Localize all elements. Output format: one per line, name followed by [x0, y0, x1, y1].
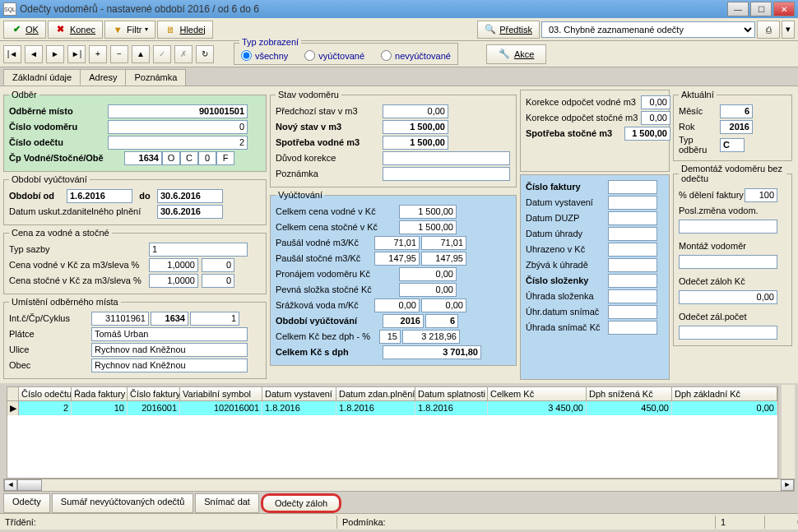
- posl-field[interactable]: [679, 220, 777, 234]
- umisteni-cp-field[interactable]: [151, 312, 188, 326]
- korekce-vodne[interactable]: [641, 95, 670, 109]
- first-button[interactable]: |◄: [3, 45, 21, 63]
- dph-pct[interactable]: [379, 330, 401, 344]
- next-button[interactable]: ►: [46, 45, 64, 63]
- col-cislo-odectu[interactable]: Číslo odečtu: [19, 387, 72, 400]
- uhrazeno[interactable]: [608, 243, 657, 257]
- cena-stocne-field[interactable]: [149, 274, 198, 288]
- typ-sazby-field[interactable]: [149, 243, 248, 257]
- add-button[interactable]: +: [89, 45, 107, 63]
- last-button[interactable]: ►|: [67, 45, 86, 63]
- predtisk-button[interactable]: 🔍Předtisk: [477, 21, 540, 39]
- prev-button[interactable]: ◄: [25, 45, 43, 63]
- pausal-vodne-m3[interactable]: [374, 236, 420, 250]
- cislo-faktury[interactable]: [608, 180, 657, 194]
- rok-field[interactable]: [720, 120, 753, 134]
- tab-poznamka[interactable]: Poznámka: [125, 69, 186, 86]
- konec-button[interactable]: ✖Konec: [48, 21, 103, 39]
- s-dph-field[interactable]: [383, 345, 481, 359]
- spotreba-field[interactable]: [383, 136, 448, 150]
- edit-button[interactable]: ▲: [132, 45, 150, 63]
- datum-uhrady[interactable]: [608, 227, 657, 241]
- obdobi-mes[interactable]: [425, 314, 458, 328]
- int-field[interactable]: [91, 312, 149, 326]
- o2-field[interactable]: [198, 151, 216, 165]
- data-grid[interactable]: Číslo odečtu Řada faktury Číslo faktury …: [7, 386, 778, 479]
- odberne-misto-field[interactable]: [108, 104, 248, 118]
- obdobi-do-field[interactable]: [157, 189, 223, 203]
- uhr-snimac[interactable]: [608, 305, 657, 319]
- grid-vscroll[interactable]: [782, 385, 795, 479]
- celkem-stocne-field[interactable]: [399, 220, 457, 234]
- col-datum-zdan[interactable]: Datum zdan.plnění: [336, 387, 415, 400]
- pausal-stocne-m3[interactable]: [374, 252, 420, 266]
- datum-vystaveni[interactable]: [608, 196, 657, 210]
- pronajem-field[interactable]: [399, 267, 457, 281]
- f-field[interactable]: [216, 151, 234, 165]
- korekce-stocne[interactable]: [641, 111, 670, 125]
- scroll-left-icon[interactable]: ◄: [4, 479, 17, 491]
- col-cislo-faktury[interactable]: Číslo faktury: [128, 387, 180, 400]
- datum-duzp[interactable]: [608, 211, 657, 225]
- odecet-zaloh-field[interactable]: [679, 290, 777, 304]
- uhrada-slozenka[interactable]: [608, 289, 657, 303]
- ulice-field[interactable]: [91, 343, 248, 357]
- btab-odecty-zaloh[interactable]: Odečty záloh: [261, 493, 341, 513]
- remove-button[interactable]: −: [110, 45, 128, 63]
- poznamka-field[interactable]: [383, 167, 510, 181]
- radio-nevyuctovane[interactable]: nevyúčtované: [381, 50, 451, 61]
- col-dph-zakl[interactable]: Dph základní Kč: [672, 387, 777, 400]
- obdobi-od-field[interactable]: [67, 189, 132, 203]
- btab-sumar[interactable]: Sumář nevyúčtovaných odečtů: [52, 493, 193, 513]
- srazkova-kc[interactable]: [421, 298, 466, 312]
- montaz-field[interactable]: [679, 255, 777, 269]
- print-dropdown[interactable]: ▾: [782, 21, 795, 39]
- datum-plneni-field[interactable]: [157, 205, 223, 219]
- filtr-button[interactable]: ▼Filtr▾: [104, 21, 155, 39]
- cislo-vodomeru-field[interactable]: [108, 120, 248, 134]
- cislo-slozenky[interactable]: [608, 274, 657, 288]
- scroll-thumb[interactable]: [17, 479, 42, 491]
- novy-field[interactable]: [383, 120, 448, 134]
- refresh-button[interactable]: ↻: [196, 45, 214, 63]
- btab-snimac[interactable]: Snímač dat: [195, 493, 259, 513]
- cislo-odectu-field[interactable]: [108, 136, 248, 150]
- col-datum-splat[interactable]: Datum splatnosti: [415, 387, 488, 400]
- bez-dph-field[interactable]: [402, 330, 460, 344]
- predchozi-field[interactable]: [383, 104, 448, 118]
- btab-odecty[interactable]: Odečty: [3, 493, 50, 513]
- radio-vsechny[interactable]: všechny: [241, 50, 288, 61]
- predtisk-select[interactable]: 03. Chybně zaznamenané odečty: [541, 21, 755, 38]
- cena-vodne-field[interactable]: [149, 258, 198, 272]
- obec-field[interactable]: [91, 359, 248, 372]
- tab-zakladni[interactable]: Základní údaje: [3, 69, 81, 86]
- minimize-button[interactable]: —: [727, 2, 749, 16]
- celkem-vodne-field[interactable]: [399, 205, 457, 219]
- tab-adresy[interactable]: Adresy: [80, 69, 126, 86]
- pausal-stocne-kc[interactable]: [421, 252, 466, 266]
- grid-hscroll[interactable]: ◄ ►: [3, 479, 795, 492]
- radio-vyuctovane[interactable]: vyúčtované: [304, 50, 364, 61]
- sleva-vodne-field[interactable]: [202, 258, 234, 272]
- duvod-field[interactable]: [383, 151, 510, 165]
- cyklus-field[interactable]: [190, 312, 239, 326]
- print-button[interactable]: ⎙: [757, 21, 780, 39]
- table-row[interactable]: ▶ 2 10 2016001 102016001 1.8.2016 1.8.20…: [7, 401, 777, 415]
- maximize-button[interactable]: ☐: [750, 2, 772, 16]
- col-datum-vyst[interactable]: Datum vystavení: [262, 387, 336, 400]
- confirm-button[interactable]: ✓: [153, 45, 171, 63]
- obdobi-rok[interactable]: [383, 314, 424, 328]
- pevna-field[interactable]: [399, 283, 457, 297]
- cp-field[interactable]: [124, 151, 162, 165]
- col-rada[interactable]: Řada faktury: [72, 387, 128, 400]
- col-dph-sniz[interactable]: Dph snížená Kč: [587, 387, 672, 400]
- col-celkem[interactable]: Celkem Kč: [488, 387, 587, 400]
- uhrada-snimac[interactable]: [608, 321, 657, 335]
- akce-button[interactable]: 🔧Akce: [486, 44, 546, 64]
- c-field[interactable]: [180, 151, 198, 165]
- close-button[interactable]: ✕: [773, 2, 795, 16]
- srazkova-m[interactable]: [374, 298, 420, 312]
- pct-field[interactable]: [745, 188, 777, 202]
- typ-field[interactable]: [720, 138, 745, 152]
- hledej-button[interactable]: 🗎Hledej: [157, 21, 212, 39]
